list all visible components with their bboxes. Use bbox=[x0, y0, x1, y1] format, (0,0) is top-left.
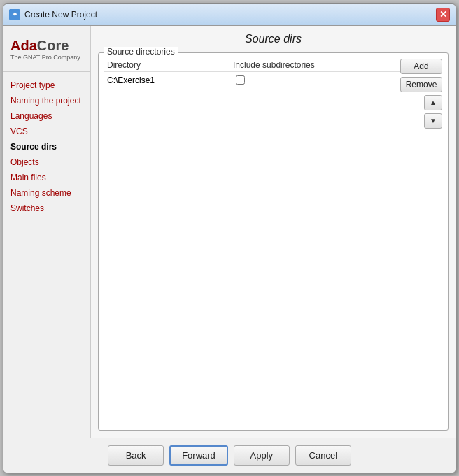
main-area: Source dirs Source directories Directory… bbox=[91, 26, 456, 438]
sidebar: AdaCore The GNAT Pro Company Project typ… bbox=[3, 26, 91, 438]
source-directories-group: Source directories Directory Include sub… bbox=[98, 52, 449, 431]
sidebar-item-naming-scheme[interactable]: Naming scheme bbox=[3, 185, 90, 201]
sidebar-item-languages[interactable]: Languages bbox=[3, 108, 90, 124]
dir-actions: Add Remove ▲ ▼ bbox=[400, 59, 442, 129]
logo-core: Core bbox=[37, 38, 69, 53]
content-area: AdaCore The GNAT Pro Company Project typ… bbox=[3, 26, 456, 438]
up-button[interactable]: ▲ bbox=[424, 95, 442, 110]
include-subdirs-checkbox[interactable] bbox=[236, 75, 245, 85]
sidebar-item-objects[interactable]: Objects bbox=[3, 154, 90, 170]
table-row: C:\Exercise1 bbox=[104, 73, 442, 87]
logo-tagline: The GNAT Pro Company bbox=[10, 54, 83, 62]
forward-button[interactable]: Forward bbox=[169, 445, 228, 466]
remove-button[interactable]: Remove bbox=[400, 77, 442, 92]
col-directory-header: Directory bbox=[107, 60, 233, 70]
window-icon: ✦ bbox=[9, 9, 20, 20]
page-title: Source dirs bbox=[98, 33, 449, 45]
sidebar-item-main-files[interactable]: Main files bbox=[3, 170, 90, 185]
close-button[interactable]: ✕ bbox=[436, 8, 450, 22]
down-button[interactable]: ▼ bbox=[424, 113, 442, 129]
group-legend: Source directories bbox=[104, 47, 178, 57]
title-bar-left: ✦ Create New Project bbox=[9, 9, 97, 20]
sidebar-item-vcs[interactable]: VCS bbox=[3, 124, 90, 139]
directory-path: C:\Exercise1 bbox=[107, 75, 233, 85]
main-window: ✦ Create New Project ✕ AdaCore The GNAT … bbox=[3, 3, 456, 473]
col-include-header: Include subdirectories bbox=[233, 60, 315, 70]
sidebar-item-naming-project[interactable]: Naming the project bbox=[3, 93, 90, 108]
window-title: Create New Project bbox=[24, 10, 97, 20]
back-button[interactable]: Back bbox=[108, 445, 164, 466]
logo-area: AdaCore The GNAT Pro Company bbox=[3, 33, 90, 73]
sidebar-item-project-type[interactable]: Project type bbox=[3, 78, 90, 93]
logo-ada: Ada bbox=[10, 38, 37, 53]
sidebar-item-switches[interactable]: Switches bbox=[3, 201, 90, 216]
sidebar-item-source-dirs[interactable]: Source dirs bbox=[3, 139, 90, 154]
apply-button[interactable]: Apply bbox=[234, 445, 290, 466]
title-bar: ✦ Create New Project ✕ bbox=[3, 4, 456, 26]
footer: Back Forward Apply Cancel bbox=[3, 438, 456, 473]
add-button[interactable]: Add bbox=[400, 59, 442, 74]
logo: AdaCore bbox=[10, 38, 83, 52]
table-header: Directory Include subdirectories bbox=[104, 59, 442, 72]
cancel-button[interactable]: Cancel bbox=[295, 445, 351, 466]
